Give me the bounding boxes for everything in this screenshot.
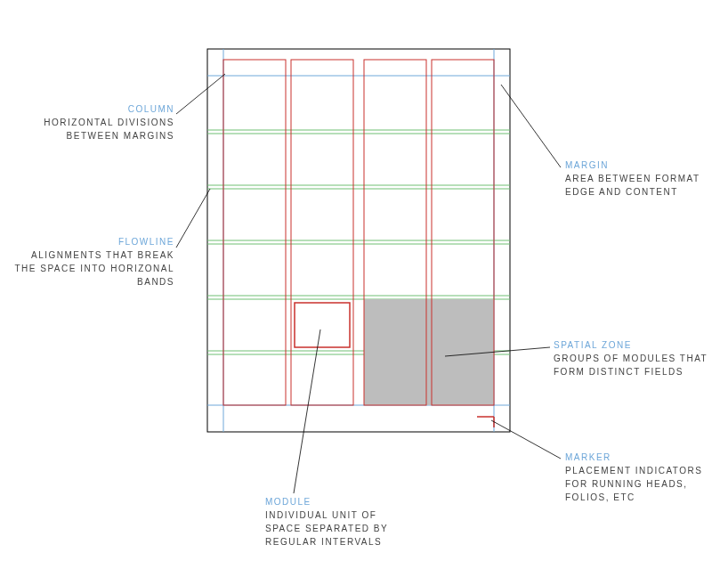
label-module: MODULE INDIVIDUAL UNIT OF SPACE SEPARATE… (265, 495, 417, 549)
term-flowline: FLOWLINE (12, 235, 174, 248)
desc-column: HORIZONTAL DIVISIONS BETWEEN MARGINS (21, 116, 174, 142)
desc-module: INDIVIDUAL UNIT OF SPACE SEPARATED BY RE… (265, 508, 417, 549)
marker-tick (477, 417, 494, 427)
label-flowline: FLOWLINE ALIGNMENTS THAT BREAK THE SPACE… (12, 235, 174, 289)
desc-flowline: ALIGNMENTS THAT BREAK THE SPACE INTO HOR… (12, 248, 174, 289)
desc-margin: AREA BETWEEN FORMAT EDGE AND CONTENT (565, 172, 712, 199)
module-highlight (295, 303, 350, 347)
spatial-zone (364, 299, 494, 405)
term-module: MODULE (265, 495, 417, 508)
label-spatial: SPATIAL ZONE GROUPS OF MODULES THAT FORM… (554, 338, 709, 378)
term-column: COLUMN (21, 102, 174, 116)
term-spatial: SPATIAL ZONE (554, 338, 709, 352)
label-margin: MARGIN AREA BETWEEN FORMAT EDGE AND CONT… (565, 159, 712, 199)
svg-rect-14 (223, 60, 286, 405)
desc-spatial: GROUPS OF MODULES THAT FORM DISTINCT FIE… (554, 352, 709, 378)
term-margin: MARGIN (565, 159, 712, 172)
label-column: COLUMN HORIZONTAL DIVISIONS BETWEEN MARG… (21, 102, 174, 142)
desc-marker: PLACEMENT INDICATORS FOR RUNNING HEADS, … (565, 464, 716, 504)
svg-rect-15 (291, 60, 353, 405)
grid-anatomy-diagram: COLUMN HORIZONTAL DIVISIONS BETWEEN MARG… (0, 0, 728, 561)
leader-lines (176, 74, 561, 493)
term-marker: MARKER (565, 451, 716, 464)
label-marker: MARKER PLACEMENT INDICATORS FOR RUNNING … (565, 451, 716, 504)
